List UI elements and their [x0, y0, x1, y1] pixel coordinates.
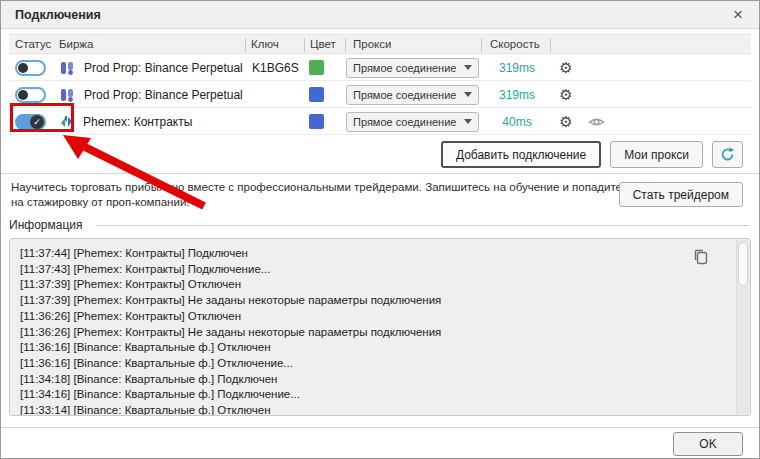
toggle-knob	[18, 63, 28, 73]
chevron-down-icon	[464, 119, 472, 124]
log-line: [11:36:26] [Phemex: Контракты] Отключен	[20, 309, 700, 325]
connection-toggle-off[interactable]	[15, 60, 46, 76]
connection-toggle-off[interactable]	[15, 87, 46, 103]
chevron-down-icon	[464, 92, 472, 97]
key-cell: K1BG6S	[252, 54, 307, 81]
header-status: Статус	[15, 38, 51, 50]
proxy-value: Прямое соединение	[353, 116, 462, 128]
gear-icon[interactable]: ⚙	[559, 60, 572, 75]
header-key: Ключ	[251, 38, 279, 50]
copy-icon[interactable]	[692, 248, 710, 266]
scrollbar-thumb[interactable]	[738, 242, 748, 286]
speed-cell: 319ms	[486, 54, 548, 81]
header-exchange: Биржа	[59, 38, 93, 50]
prodprop-exchange-icon	[59, 87, 75, 103]
color-chip[interactable]	[309, 60, 324, 75]
add-connection-button[interactable]: Добавить подключение	[441, 141, 601, 168]
proxy-cell: Прямое соединение	[346, 108, 486, 135]
key-cell	[252, 81, 307, 108]
dialog-title: Подключения	[15, 8, 101, 22]
table-header: Статус Биржа Ключ Цвет Прокси Скорость	[9, 34, 751, 54]
header-speed: Скорость	[490, 38, 540, 50]
exchange-name: Prod Prop: Binance Perpetual	[84, 88, 243, 102]
status-cell	[15, 54, 59, 81]
gear-icon[interactable]: ⚙	[559, 87, 572, 102]
toggle-knob-check-icon: ✓	[30, 115, 44, 129]
log-line: [11:37:39] [Phemex: Контракты] Отключен	[20, 277, 700, 293]
connection-row: Prod Prop: Binance Perpetual Прямое соед…	[9, 81, 751, 108]
proxy-value: Прямое соединение	[353, 62, 462, 74]
promo-text: Научитесь торговать прибыльно вместе с п…	[11, 180, 636, 209]
connection-row: ✓ Phemex: Контракты Прямое соединение 40…	[9, 108, 751, 135]
proxy-dropdown[interactable]: Прямое соединение	[346, 85, 479, 105]
phemex-exchange-icon	[59, 114, 74, 129]
key-cell	[252, 108, 307, 135]
visibility-cell	[583, 108, 609, 135]
title-bar: Подключения ×	[1, 1, 759, 29]
settings-cell: ⚙	[554, 81, 578, 108]
proxy-dropdown[interactable]: Прямое соединение	[346, 112, 479, 132]
proxy-value: Прямое соединение	[353, 89, 462, 101]
log-line: [11:37:39] [Phemex: Контракты] Не заданы…	[20, 293, 700, 309]
footer-divider	[1, 427, 759, 428]
log-line: [11:34:18] [Binance: Квартальные ф.] Под…	[20, 372, 700, 388]
color-cell	[309, 108, 347, 135]
eye-icon[interactable]	[588, 116, 605, 128]
prodprop-exchange-icon	[59, 60, 75, 76]
proxy-cell: Прямое соединение	[346, 54, 486, 81]
speed-cell: 40ms	[486, 108, 548, 135]
color-cell	[309, 81, 347, 108]
ok-button[interactable]: OK	[673, 432, 743, 456]
log-line: [11:36:26] [Phemex: Контракты] Не заданы…	[20, 325, 700, 341]
log-line: [11:34:16] [Binance: Квартальные ф.] Под…	[20, 387, 700, 403]
log-line: [11:37:44] [Phemex: Контракты] Подключен	[20, 246, 700, 262]
action-buttons: Добавить подключение Мои прокси	[441, 141, 743, 168]
connection-toggle-on[interactable]: ✓	[15, 114, 46, 130]
header-separator	[481, 38, 482, 52]
exchange-cell: Prod Prop: Binance Perpetual	[59, 81, 251, 108]
exchange-cell: Prod Prop: Binance Perpetual	[59, 54, 251, 81]
header-proxy: Прокси	[353, 38, 391, 50]
log-line: [11:33:14] [Binance: Квартальные ф.] Отк…	[20, 403, 700, 416]
connection-row: Prod Prop: Binance Perpetual K1BG6S Прям…	[9, 54, 751, 81]
exchange-name: Phemex: Контракты	[83, 115, 192, 129]
color-chip[interactable]	[309, 87, 324, 102]
speed-cell: 319ms	[486, 81, 548, 108]
log-line: [11:36:16] [Binance: Квартальные ф.] Отк…	[20, 356, 700, 372]
status-cell	[15, 81, 59, 108]
chevron-down-icon	[464, 65, 472, 70]
header-separator	[245, 38, 246, 52]
log-line: [11:36:16] [Binance: Квартальные ф.] Отк…	[20, 340, 700, 356]
header-color: Цвет	[310, 38, 336, 50]
info-section-line	[97, 225, 749, 226]
log-lines: [11:37:44] [Phemex: Контракты] Подключен…	[20, 246, 700, 416]
refresh-button[interactable]	[712, 141, 743, 168]
header-separator	[345, 38, 346, 52]
proxy-cell: Прямое соединение	[346, 81, 486, 108]
color-chip[interactable]	[309, 114, 324, 129]
log-line: [11:37:43] [Phemex: Контракты] Подключен…	[20, 262, 700, 278]
exchange-cell: Phemex: Контракты	[59, 108, 251, 135]
settings-cell: ⚙	[554, 54, 578, 81]
refresh-icon	[719, 146, 736, 163]
my-proxies-button[interactable]: Мои прокси	[610, 141, 703, 168]
proxy-dropdown[interactable]: Прямое соединение	[346, 58, 479, 78]
connections-dialog: Подключения × Статус Биржа Ключ Цвет Про…	[0, 0, 760, 459]
info-section-label: Информация	[9, 218, 88, 232]
section-divider	[1, 173, 759, 174]
log-scrollbar[interactable]	[736, 240, 749, 414]
header-separator	[304, 38, 305, 52]
status-cell: ✓	[15, 108, 59, 135]
exchange-name: Prod Prop: Binance Perpetual	[84, 61, 243, 75]
become-trader-button[interactable]: Стать трейдером	[619, 182, 743, 207]
toggle-knob	[18, 90, 28, 100]
gear-icon[interactable]: ⚙	[559, 114, 572, 129]
color-cell	[309, 54, 347, 81]
log-panel[interactable]: [11:37:44] [Phemex: Контракты] Подключен…	[9, 238, 751, 416]
header-separator	[550, 38, 551, 52]
close-icon[interactable]: ×	[727, 4, 749, 26]
settings-cell: ⚙	[554, 108, 578, 135]
